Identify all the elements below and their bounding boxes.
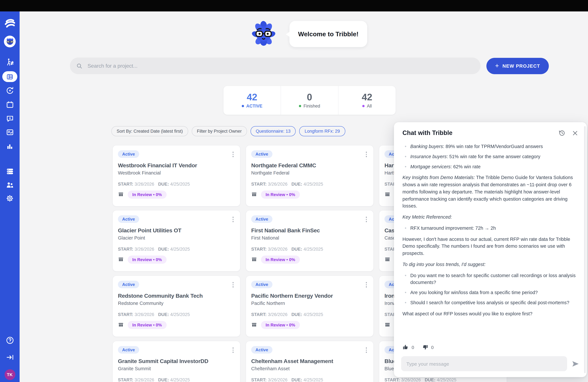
sidebar-item-calendar[interactable] — [0, 101, 20, 109]
send-icon — [571, 360, 580, 368]
stat-finished[interactable]: 0 Finished — [281, 86, 338, 115]
status-badge: Active — [251, 150, 273, 158]
chat-bullet-list: Banking buyers: 89% win rate for TPRM/Ve… — [402, 143, 578, 170]
stat-active[interactable]: 42 ACTIVE — [223, 86, 281, 115]
tribble-logo[interactable] — [0, 19, 20, 28]
project-card[interactable]: Active Westbrook Financial IT Vendor Wes… — [112, 145, 240, 207]
project-title: Redstone Community Bank Tech — [118, 293, 235, 299]
sidebar-item-analytics[interactable] — [0, 143, 20, 150]
status-badge: Active — [118, 215, 139, 223]
mascot-mini-icon — [5, 37, 14, 46]
close-icon — [572, 130, 578, 136]
card-menu-button[interactable] — [364, 281, 368, 289]
chat-bullet: RFX turnaround improvement: 72h → 2h — [402, 225, 578, 232]
project-card[interactable]: Active Pacific Northern Energy Vendor Pa… — [246, 276, 374, 337]
sidebar-item-workflows[interactable] — [0, 58, 20, 67]
thumbs-up-button[interactable]: 0 — [402, 344, 414, 350]
chat-section-heading: To dig into your loss trends, I'd sugges… — [402, 261, 578, 268]
stat-all[interactable]: 42 All — [338, 86, 396, 115]
chat-paragraph: However, I don't have access to our actu… — [402, 236, 578, 257]
chat-closing-question: What aspect of our RFP losses would you … — [402, 310, 578, 318]
sidebar-nav: TK — [0, 11, 20, 382]
sidebar-item-team[interactable] — [0, 181, 20, 189]
project-dates: START:3/26/2026DUE:4/25/2025 — [251, 182, 368, 186]
project-subtitle: Granite Summit — [118, 366, 235, 371]
card-menu-button[interactable] — [364, 346, 368, 354]
filter-chip-row: Sort By: Created Date (latest first) Fil… — [111, 126, 345, 136]
project-dates: START:3/26/2026DUE:4/25/2025 — [251, 247, 368, 252]
thumbs-down-button[interactable]: 0 — [422, 344, 434, 350]
history-icon — [558, 129, 566, 137]
stacked-rows-icon — [6, 167, 14, 175]
chat-panel: Chat with Tribble Banking buy — [394, 122, 587, 377]
table-icon — [118, 191, 124, 197]
stat-all-label: All — [367, 104, 372, 108]
stat-finished-value: 0 — [307, 92, 312, 102]
thumbs-down-icon — [422, 344, 428, 350]
stat-active-label: ACTIVE — [246, 104, 262, 108]
table-icon — [384, 256, 390, 262]
status-badge: Active — [251, 281, 273, 288]
projects-list-icon — [6, 73, 13, 80]
welcome-speech-bubble: Welcome to Tribble! — [289, 21, 367, 47]
card-menu-button[interactable] — [231, 215, 235, 223]
project-card[interactable]: Active Cheltenham Asset Management Chelt… — [246, 341, 374, 382]
project-card[interactable]: Active Northgate Federal CMMC Northgate … — [246, 145, 374, 207]
review-status-badge: In Review • 0% — [128, 255, 167, 264]
sidebar-item-settings[interactable] — [0, 194, 20, 203]
send-button[interactable] — [571, 360, 580, 368]
project-card[interactable]: Active Granite Summit Capital InvestorDD… — [112, 341, 240, 382]
sort-by-chip[interactable]: Sort By: Created Date (latest first) — [111, 126, 188, 136]
sidebar-item-review-tasks[interactable] — [0, 128, 20, 136]
table-icon — [384, 191, 390, 197]
sidebar-item-sync[interactable] — [0, 86, 20, 95]
user-avatar[interactable]: TK — [0, 369, 20, 380]
avatar-initials: TK — [4, 369, 15, 380]
status-badge: Active — [118, 150, 139, 158]
chat-history-button[interactable] — [558, 129, 566, 137]
sidebar-item-logout[interactable] — [0, 353, 20, 361]
all-dot-icon — [362, 105, 365, 107]
questionnaire-filter-chip[interactable]: Questionnaire: 13 — [251, 126, 296, 136]
logo-scribble-icon — [4, 19, 15, 28]
card-menu-button[interactable] — [231, 346, 235, 354]
card-menu-button[interactable] — [364, 150, 368, 158]
sidebar-item-help[interactable] — [0, 336, 20, 345]
stat-all-value: 42 — [362, 92, 372, 102]
chat-bullet: Are you looking for win/loss data from a… — [402, 289, 578, 297]
project-card[interactable]: Active First National Bank FinSec First … — [246, 210, 374, 272]
status-badge: Active — [118, 346, 139, 354]
longform-rfx-filter-chip[interactable]: Longform RFx: 29 — [299, 126, 345, 136]
stat-finished-label: Finished — [303, 104, 320, 108]
sidebar-item-content-library[interactable] — [0, 167, 20, 175]
new-project-button[interactable]: + NEW PROJECT — [486, 58, 549, 74]
project-subtitle: Glacier Point — [118, 235, 235, 240]
chat-messages: Banking buyers: 89% win rate for TPRM/Ve… — [394, 139, 587, 343]
search-input[interactable] — [87, 63, 474, 69]
gear-icon — [5, 194, 14, 203]
chat-message-input[interactable] — [401, 356, 567, 371]
sidebar-item-projects-active[interactable] — [0, 71, 20, 82]
project-title: Glacier Point Utilities OT — [118, 227, 235, 234]
tribble-mascot-avatar[interactable] — [4, 36, 16, 47]
card-menu-button[interactable] — [231, 281, 235, 289]
project-card[interactable]: Active Glacier Point Utilities OT Glacie… — [112, 210, 240, 272]
message-feedback-row: 0 0 — [394, 343, 587, 354]
project-subtitle: Westbrook Financial — [118, 170, 235, 175]
project-subtitle: First National — [251, 235, 368, 240]
thumbs-down-count: 0 — [431, 345, 434, 350]
project-subtitle: Northgate Federal — [251, 170, 368, 175]
project-stats-card: 42 ACTIVE 0 Finished 42 All — [223, 86, 396, 115]
chat-close-button[interactable] — [572, 130, 578, 136]
active-nav-pill — [2, 71, 17, 82]
sidebar-item-chat[interactable] — [0, 114, 20, 123]
card-menu-button[interactable] — [364, 215, 368, 223]
table-icon — [118, 322, 124, 328]
card-menu-button[interactable] — [231, 150, 235, 158]
project-card[interactable]: Active Redstone Community Bank Tech Reds… — [112, 276, 240, 337]
table-icon — [384, 322, 390, 328]
chat-header: Chat with Tribble — [394, 122, 587, 139]
project-search-bar[interactable] — [70, 58, 481, 74]
filter-owner-chip[interactable]: Filter by Project Owner — [191, 126, 247, 136]
review-status-badge: In Review • 0% — [128, 190, 167, 198]
